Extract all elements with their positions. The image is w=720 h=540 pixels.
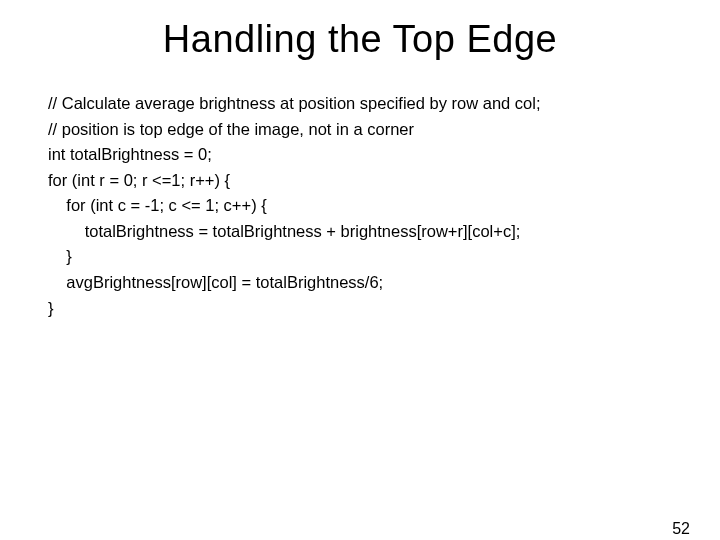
slide: Handling the Top Edge // Calculate avera… [0,18,720,540]
code-line: } [48,299,54,317]
code-line: totalBrightness = totalBrightness + brig… [48,222,520,240]
code-line: for (int r = 0; r <=1; r++) { [48,171,230,189]
code-line: int totalBrightness = 0; [48,145,212,163]
code-line: // position is top edge of the image, no… [48,120,414,138]
code-line: for (int c = -1; c <= 1; c++) { [48,196,267,214]
code-block: // Calculate average brightness at posit… [48,91,680,321]
slide-title: Handling the Top Edge [0,18,720,61]
code-line: avgBrightness[row][col] = totalBrightnes… [48,273,383,291]
code-line: // Calculate average brightness at posit… [48,94,541,112]
code-line: } [48,247,72,265]
page-number: 52 [672,520,690,538]
